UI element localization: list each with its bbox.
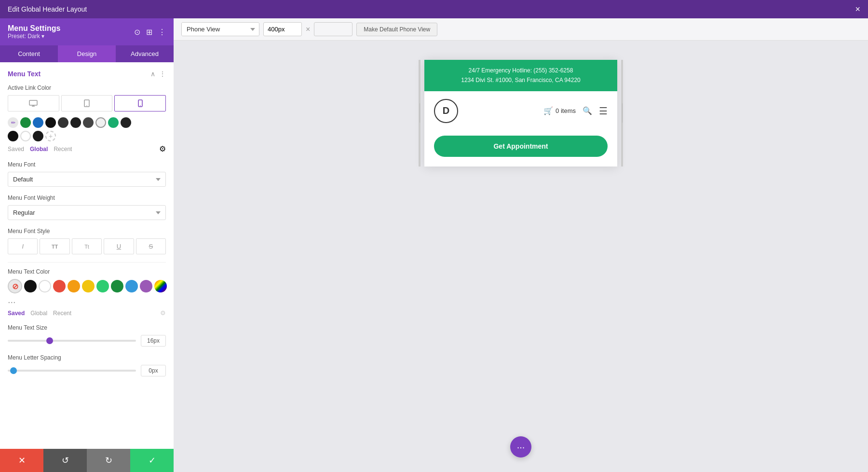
panel-preset[interactable]: Preset: Dark ▾ <box>8 33 60 40</box>
undo-button[interactable]: ↺ <box>43 449 87 472</box>
tab-advanced[interactable]: Advanced <box>116 45 174 62</box>
tc-gear-btn[interactable]: ⚙ <box>160 309 166 317</box>
tc-red[interactable] <box>53 280 66 292</box>
tc-green[interactable] <box>111 280 123 292</box>
color-gear[interactable]: ⚙ <box>159 144 166 153</box>
color-teal[interactable] <box>108 117 119 128</box>
confirm-button[interactable]: ✓ <box>130 449 174 472</box>
tab-design[interactable]: Design <box>58 45 116 62</box>
section-title: Menu Text <box>8 70 41 78</box>
mobile-device-btn[interactable] <box>114 95 166 111</box>
panel-icons: ⊙ ⊞ ⋮ <box>134 28 166 37</box>
drag-handle-right[interactable] <box>621 60 623 167</box>
tab-bar: Content Design Advanced <box>0 45 174 62</box>
color-black1[interactable] <box>45 117 56 128</box>
view-select-wrapper: Phone View Tablet View Desktop View <box>181 22 259 36</box>
uppercase-btn[interactable]: TT <box>40 238 69 254</box>
capitalize-btn[interactable]: Tt <box>72 238 102 254</box>
menu-letter-spacing-label: Menu Letter Spacing <box>8 354 166 361</box>
underline-btn[interactable]: U <box>104 238 134 254</box>
tablet-device-btn[interactable] <box>61 95 113 111</box>
menu-font-label: Menu Font <box>8 161 166 168</box>
color-green[interactable] <box>20 117 31 128</box>
cancel-button[interactable]: ✕ <box>0 449 43 472</box>
section-actions: ∧ ⋮ <box>150 70 166 78</box>
px-clear-btn[interactable]: × <box>306 25 310 34</box>
tc-blue[interactable] <box>125 280 138 292</box>
tc-recent-tab[interactable]: Recent <box>53 310 71 317</box>
svg-point-2 <box>86 105 87 106</box>
section-more-btn[interactable]: ⋮ <box>159 70 166 78</box>
italic-btn[interactable]: I <box>8 238 38 254</box>
tab-content[interactable]: Content <box>0 45 58 62</box>
menu-text-size-section: Menu Text Size 16px <box>8 324 166 347</box>
pencil-color-btn[interactable]: ✏ <box>8 117 18 128</box>
text-size-thumb[interactable] <box>46 337 53 344</box>
cta-button[interactable]: Get Appointment <box>434 136 608 157</box>
saved-tab[interactable]: Saved <box>8 146 24 153</box>
more-colors-btn[interactable]: ··· <box>8 296 16 307</box>
menu-font-weight-section: Menu Font Weight Regular Bold <box>8 194 166 220</box>
letter-spacing-thumb[interactable] <box>10 367 17 374</box>
tc-yellow[interactable] <box>82 280 95 292</box>
redo-button[interactable]: ↻ <box>87 449 130 472</box>
hamburger-icon[interactable]: ☰ <box>599 105 608 117</box>
tc-black[interactable] <box>24 280 37 292</box>
canvas-toolbar: Phone View Tablet View Desktop View × Ma… <box>174 18 868 41</box>
header-top-bar: 24/7 Emergency Hotline: (255) 352-6258 1… <box>424 60 617 91</box>
desktop-device-btn[interactable] <box>8 95 59 111</box>
text-color-edit-btn[interactable]: ⊘ <box>8 279 22 293</box>
title-bar-title: Edit Global Header Layout <box>8 5 87 13</box>
panel-more-icon[interactable]: ⋮ <box>158 28 166 37</box>
px-input[interactable] <box>263 22 302 36</box>
menu-font-select[interactable]: Default Arial <box>8 172 166 187</box>
drag-handle-left[interactable] <box>419 60 420 167</box>
color-black2[interactable] <box>121 117 131 128</box>
color-dark1[interactable] <box>58 117 68 128</box>
section-collapse-btn[interactable]: ∧ <box>150 70 155 78</box>
color-blue[interactable] <box>33 117 43 128</box>
drag-line-left <box>420 103 420 123</box>
drag-line-right <box>622 103 623 123</box>
view-select[interactable]: Phone View Tablet View Desktop View <box>182 23 259 36</box>
tc-orange[interactable] <box>68 280 80 292</box>
color-dark3[interactable] <box>83 117 94 128</box>
separator <box>8 262 166 263</box>
tc-white[interactable] <box>39 280 51 292</box>
text-size-track[interactable] <box>8 340 136 342</box>
global-tab[interactable]: Global <box>30 146 48 153</box>
tc-lime[interactable] <box>96 280 109 292</box>
nav-right: 🛒 0 items 🔍 ☰ <box>543 105 608 117</box>
search-icon[interactable]: 🔍 <box>583 106 592 115</box>
tc-saved-tab[interactable]: Saved <box>8 310 25 317</box>
color-dark2[interactable] <box>70 117 81 128</box>
device-row <box>8 95 166 111</box>
make-default-btn[interactable]: Make Default Phone View <box>356 23 437 36</box>
section-header: Menu Text ∧ ⋮ <box>8 70 166 78</box>
tc-purple[interactable] <box>140 280 152 292</box>
panel-layout-icon[interactable]: ⊞ <box>146 28 152 37</box>
fab-button[interactable]: ··· <box>510 436 531 458</box>
color-black3[interactable] <box>8 131 18 141</box>
color-dark4[interactable] <box>33 131 43 141</box>
menu-font-weight-select[interactable]: Regular Bold <box>8 205 166 220</box>
menu-text-color-section: Menu Text Color ⊘ · <box>8 268 166 317</box>
color-white2[interactable] <box>20 131 31 141</box>
tc-global-tab[interactable]: Global <box>30 310 47 317</box>
text-size-input[interactable]: 16px <box>141 335 166 347</box>
left-panel: Menu Settings Preset: Dark ▾ ⊙ ⊞ ⋮ Conte… <box>0 18 174 472</box>
letter-spacing-track[interactable] <box>8 370 136 372</box>
add-color-btn[interactable]: + <box>45 131 56 141</box>
svg-point-4 <box>140 105 141 106</box>
panel-header: Menu Settings Preset: Dark ▾ ⊙ ⊞ ⋮ <box>0 18 174 45</box>
px-input-2[interactable] <box>314 22 353 36</box>
logo: D <box>434 99 458 123</box>
letter-spacing-input[interactable]: 0px <box>141 365 166 376</box>
recent-tab[interactable]: Recent <box>54 146 72 153</box>
strikethrough-btn[interactable]: S <box>136 238 166 254</box>
menu-font-section: Menu Font Default Arial <box>8 161 166 187</box>
tc-custom[interactable] <box>154 280 167 292</box>
panel-target-icon[interactable]: ⊙ <box>134 28 140 37</box>
color-white1[interactable] <box>95 117 106 128</box>
close-button[interactable]: × <box>855 4 860 14</box>
